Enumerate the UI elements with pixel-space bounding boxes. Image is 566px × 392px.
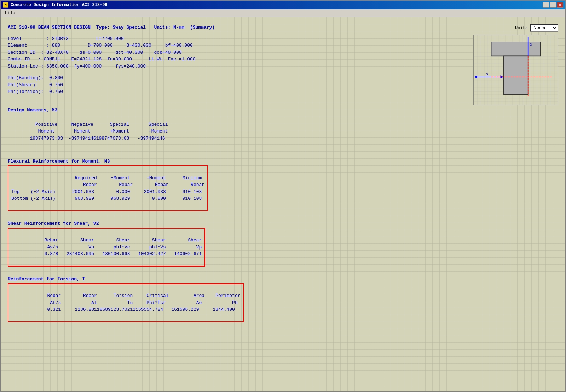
fl-bot-row: Bottom (-2 Axis) 968.929 968.929 0.000 9… xyxy=(11,196,202,201)
dm-col1-h: Positive Negative Special Special xyxy=(8,122,168,127)
right-panel: Units N-mm kN-m kip-ft kip-in xyxy=(463,21,562,388)
element-line: Element : 880 D=700.000 B=400.000 bf=400… xyxy=(8,42,456,49)
level-line: Level : STORY3 L=7200.000 xyxy=(8,35,456,42)
ltwtfac-value: Lt.Wt. Fac.=1.000 xyxy=(149,57,196,62)
phi-shear-line: Phi(Shear): 0.750 xyxy=(8,82,456,89)
minimize-button[interactable]: _ xyxy=(543,2,549,8)
properties-block: Level : STORY3 L=7200.000 Element : 880 … xyxy=(8,35,456,70)
menu-file[interactable]: File xyxy=(2,10,18,16)
phi-torsion-value: 0.750 xyxy=(49,89,63,94)
units-select[interactable]: N-mm kN-m kip-ft kip-in xyxy=(530,24,558,32)
units-label: Units xyxy=(515,25,528,30)
element-value: : 880 xyxy=(46,43,60,48)
svg-rect-2 xyxy=(491,42,541,56)
flexural-box: Required +Moment -Moment Minimum Rebar R… xyxy=(8,165,208,211)
phi-bending-value: 0.800 xyxy=(49,75,63,81)
section-id-label: Section ID xyxy=(8,50,35,55)
fl-col-headers2: Rebar Rebar Rebar Rebar xyxy=(11,182,204,187)
title-bar: M Concrete Design Information ACI 318-99… xyxy=(1,1,565,9)
B-value: B=400.000 xyxy=(126,43,151,48)
L-value: L=7200.000 xyxy=(96,36,124,41)
close-button[interactable]: ✕ xyxy=(557,2,563,8)
phi-bending-label: Phi(Bending): xyxy=(8,75,44,81)
main-window: M Concrete Design Information ACI 318-99… xyxy=(0,0,566,392)
app-icon: M xyxy=(3,2,8,8)
sh-col-headers2: Av/s Vu phi*Vc phi*Vs Vp xyxy=(11,245,202,250)
fy-value: fy=400.000 xyxy=(74,64,102,69)
sh-values: 0.878 284403.095 180100.668 104302.427 1… xyxy=(11,251,202,257)
dm-col2-h: Moment Moment +Moment -Moment xyxy=(8,129,168,134)
maximize-button[interactable]: □ xyxy=(550,2,556,8)
torsion-table: Rebar Rebar Torsion Critical Area Perime… xyxy=(11,286,241,320)
phi-torsion-label: Phi(Torsion): xyxy=(8,89,44,94)
bf-value: bf=400.000 xyxy=(165,43,193,48)
flexural-header: Flexural Reinforcement for Moment, M3 xyxy=(8,158,456,165)
station-line: Station Loc : 6850.000 fy=400.000 fys=24… xyxy=(8,63,456,70)
title-bar-left: M Concrete Design Information ACI 318-99 xyxy=(3,2,108,8)
section-svg: 3 2 xyxy=(474,35,558,105)
title-controls: _ □ ✕ xyxy=(543,2,563,8)
phi-torsion-line: Phi(Torsion): 0.750 xyxy=(8,88,456,95)
section-diagram: 3 2 xyxy=(473,35,558,105)
shear-box: Rebar Shear Shear Shear Shear Av/s Vu ph… xyxy=(8,228,205,267)
window-title: Concrete Design Information ACI 318-99 xyxy=(11,2,108,7)
svg-rect-3 xyxy=(503,56,528,94)
to-col-headers2: At/s Al Tu Phi*Tcr Ao Ph xyxy=(11,300,238,305)
D-value: D=700.000 xyxy=(88,43,112,48)
dm-values: 198747073.03 -397494146198747073.03 -397… xyxy=(8,136,165,141)
shear-header: Shear Reinforcement for Shear, V2 xyxy=(8,220,456,227)
combo-id-label: Combo ID xyxy=(8,57,30,62)
combo-id-value: : COMB11 xyxy=(38,57,60,62)
ds-value: ds=0.000 xyxy=(80,50,102,55)
report-header: ACI 318-99 BEAM SECTION DESIGN Type: Swa… xyxy=(8,24,456,31)
combo-line: Combo ID : COMB11 E=24821.128 fc=30.000 … xyxy=(8,56,456,63)
menu-bar: File xyxy=(1,9,565,17)
station-label: Station Loc xyxy=(8,64,38,69)
dcb-value: dcb=40.000 xyxy=(154,50,182,55)
main-content: ACI 318-99 BEAM SECTION DESIGN Type: Swa… xyxy=(4,21,562,388)
phi-shear-label: Phi(Shear): xyxy=(8,82,38,88)
phi-bending-line: Phi(Bending): 0.800 xyxy=(8,75,456,82)
phi-shear-value: 0.750 xyxy=(49,82,63,88)
design-moments-table: Positive Negative Special Special Moment… xyxy=(8,114,456,149)
station-value: : 6850.000 xyxy=(41,64,69,69)
to-values: 0.321 1236.28118689123.70212155554.724 1… xyxy=(11,307,235,312)
dct-value: dct=40.000 xyxy=(115,50,143,55)
design-moments-header: Design Moments, M3 xyxy=(8,107,456,114)
svg-text:3: 3 xyxy=(486,72,488,76)
E-value: E=24821.128 xyxy=(71,57,102,62)
fc-value: fc=30.000 xyxy=(107,57,132,62)
sh-col-headers: Rebar Shear Shear Shear Shear xyxy=(11,238,202,243)
units-bar: Units N-mm kN-m kip-ft kip-in xyxy=(515,24,558,32)
section-line: Section ID : B2-40X70 ds=0.000 dct=40.00… xyxy=(8,49,456,56)
torsion-header: Reinforcement for Torsion, T xyxy=(8,276,456,283)
section-id-value: : B2-40X70 xyxy=(41,50,69,55)
svg-text:2: 2 xyxy=(530,43,532,47)
left-panel: ACI 318-99 BEAM SECTION DESIGN Type: Swa… xyxy=(4,21,459,388)
fys-value: fys=240.000 xyxy=(115,64,146,69)
fl-top-row: Top (+2 Axis) 2001.033 0.000 2001.033 91… xyxy=(11,189,202,194)
level-label: Level xyxy=(8,36,22,41)
shear-table: Rebar Shear Shear Shear Shear Av/s Vu ph… xyxy=(11,230,202,265)
level-value: : STORY3 xyxy=(46,36,68,41)
to-col-headers: Rebar Rebar Torsion Critical Area Perime… xyxy=(11,293,241,298)
fl-col-headers: Required +Moment -Moment Minimum xyxy=(11,175,202,181)
element-label: Element xyxy=(8,43,27,48)
content-area: ACI 318-99 BEAM SECTION DESIGN Type: Swa… xyxy=(1,17,565,391)
torsion-box: Rebar Rebar Torsion Critical Area Perime… xyxy=(8,283,244,322)
flexural-table: Required +Moment -Moment Minimum Rebar R… xyxy=(11,168,204,209)
phi-block: Phi(Bending): 0.800 Phi(Shear): 0.750 Ph… xyxy=(8,75,456,95)
